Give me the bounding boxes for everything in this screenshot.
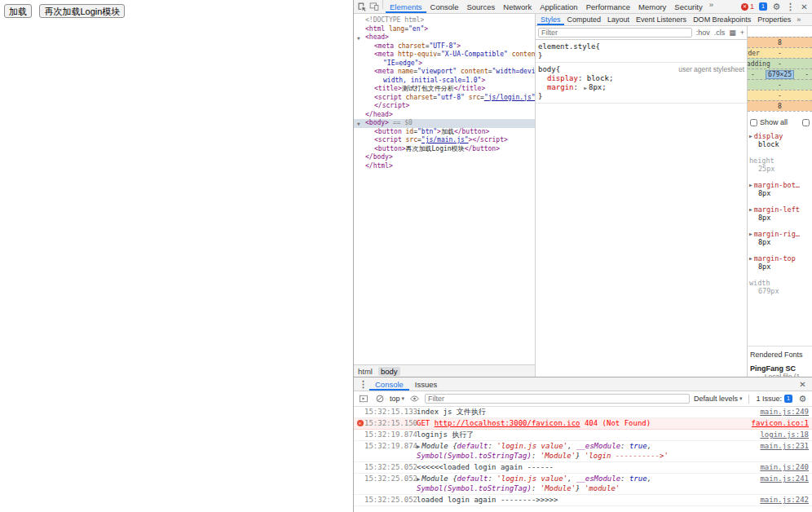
sidebar-tab-layout[interactable]: Layout [604,14,633,25]
dom-node[interactable]: <button>再次加载Login模块</button> [354,145,535,154]
dom-node[interactable]: <meta charset="UTF-8"> [354,42,535,51]
error-count-badge[interactable]: ✕ 1 [739,2,756,11]
load-button[interactable]: 加载 [4,4,32,18]
drawer-tab-console[interactable]: Console [369,377,409,391]
issues-counter[interactable]: 1 Issue: 1 [756,395,792,403]
request-url-link[interactable]: http://localhost:3000/favicon.ico [435,419,580,427]
dom-node[interactable]: ▼<head> [354,33,535,42]
computed-property[interactable]: ▶margin-left8px [749,205,810,222]
main-tab-console[interactable]: Console [426,0,463,13]
computed-property[interactable]: ▶margin-bot…8px [749,181,810,197]
code-token: name [398,68,413,75]
levels-label: Default levels [694,395,738,403]
box-model-padding-bottom: - [748,79,812,90]
padding-right-value: - [805,71,809,78]
more-options-icon[interactable]: ⋮ [784,1,797,13]
source-link[interactable]: favicon.ico:1 [752,419,809,428]
breadcrumb-html[interactable]: html [358,367,373,376]
twisty-icon[interactable]: ▼ [357,121,360,127]
computed-property[interactable]: width679px [749,279,810,295]
main-tab-memory[interactable]: Memory [634,0,670,13]
box-model[interactable]: 8 border - padding - - [748,37,812,112]
close-drawer-icon[interactable]: ✕ [797,378,809,391]
css-property[interactable]: display: block; [538,74,744,83]
dom-node[interactable]: <button id="btn">加载</button> [354,128,535,137]
source-link[interactable]: main.js:241 [760,474,809,483]
computed-property[interactable]: ▶margin-rig…8px [749,230,810,246]
show-all-checkbox[interactable] [750,119,757,126]
drawer-menu-icon[interactable]: ⋮ [357,378,369,391]
expand-object-icon[interactable]: ▶ [417,476,420,483]
device-toolbar-icon[interactable] [368,1,380,13]
source-link[interactable]: main.js:240 [760,463,809,472]
dom-node[interactable]: <script charset="utf-8" src="js/login.js… [354,94,535,103]
css-property[interactable]: margin: ▶8px; [538,83,744,92]
sidebar-tab-properties[interactable]: Properties [754,14,794,25]
main-tab-security[interactable]: Security [670,0,706,13]
expand-object-icon[interactable]: ▶ [417,444,420,450]
dom-node-selected[interactable]: ▼<body> == $0 [354,119,535,128]
console-message: ✕15:32:15.150GET http://localhost:3000/f… [354,418,812,430]
source-link[interactable]: main.js:242 [760,496,809,505]
toggle-element-state-button[interactable]: :hov [696,29,710,37]
settings-icon[interactable]: ⚙ [770,1,783,13]
screen: 加载 再次加载Login模块 ElementsConsoleSourcesNet… [0,0,812,512]
dom-node[interactable]: </html> [354,162,535,171]
source-link[interactable]: main.js:231 [760,442,809,451]
sidebar-tab-event-listeners[interactable]: Event Listeners [633,14,690,25]
log-levels-selector[interactable]: Default levels ▾ [694,395,743,403]
console-sidebar-icon[interactable] [357,393,369,405]
sidebar-tab-computed[interactable]: Computed [564,14,605,25]
reload-login-button[interactable]: 再次加载Login模块 [39,4,125,18]
breadcrumb-body[interactable]: body [378,367,400,376]
sidebar-tab-styles[interactable]: Styles [537,14,564,25]
dom-node[interactable]: </head> [354,111,535,120]
element-classes-button[interactable]: .cls [714,29,726,37]
dom-node[interactable]: </body> [354,153,535,162]
computed-property[interactable]: ▶margin-top8px [749,254,810,271]
more-tabs-icon[interactable]: » [707,0,716,13]
main-tab-elements[interactable]: Elements [386,0,426,13]
grid-icon[interactable]: ▦ [729,29,736,37]
frame-context-selector[interactable]: top ▾ [390,395,404,403]
styles-filter-input[interactable] [538,28,692,38]
main-tab-network[interactable]: Network [499,0,536,13]
dom-node[interactable]: <meta http-equiv="X-UA-Compatible" conte… [354,51,535,60]
console-filter-input[interactable] [425,394,690,404]
close-devtools-icon[interactable]: ✕ [798,1,810,13]
dom-node[interactable]: </script> [354,102,535,111]
new-style-rule-icon[interactable]: + [740,29,744,37]
drawer-tab-issues[interactable]: Issues [409,377,443,391]
sidebar-tab-dom-breakpoints[interactable]: DOM Breakpoints [690,14,754,25]
group-checkbox[interactable] [802,119,810,126]
dom-node[interactable]: "IE=edge"> [354,60,535,68]
computed-property[interactable]: height25px [749,157,810,173]
style-rule[interactable]: body {user agent stylesheetdisplay: bloc… [536,63,747,104]
dom-node[interactable]: width, initial-scale=1.0"> [354,77,535,86]
dom-node[interactable]: <script src="js/main.js"></script> [354,136,535,145]
style-rule[interactable]: element.style {} [536,40,747,63]
source-link[interactable]: main.js:249 [760,408,809,417]
main-tab-application[interactable]: Application [536,0,581,13]
inspect-element-icon[interactable] [355,1,368,13]
dom-node[interactable]: <title>测试打包文件分析</title> [354,85,535,94]
main-tab-performance[interactable]: Performance [582,0,634,13]
dom-node[interactable]: <!DOCTYPE html> [354,16,535,25]
dom-node[interactable]: <meta name="viewport" content="width=dev… [354,68,535,77]
show-all-label: Show all [760,118,788,126]
console-count-badge[interactable]: 1 [757,2,769,11]
dom-node[interactable]: <html lang="en"> [354,25,535,34]
main-tab-sources[interactable]: Sources [462,0,499,13]
computed-pane-column: 8 border - padding - - [748,26,812,377]
padding-label: padding [748,60,770,68]
source-link[interactable]: login.js:18 [760,430,809,439]
live-expression-eye-icon[interactable] [408,393,421,405]
more-sidebar-tabs-icon[interactable]: » [794,15,803,24]
css-rules-list: element.style {}body {user agent stylesh… [536,40,747,377]
box-model-content-row: - 679×25 - [748,68,812,79]
code-token: <meta [374,42,398,50]
console-settings-icon[interactable]: ⚙ [797,393,809,405]
computed-property[interactable]: ▶displayblock [749,132,810,148]
clear-console-icon[interactable] [373,393,386,405]
twisty-icon[interactable]: ▼ [357,35,360,42]
